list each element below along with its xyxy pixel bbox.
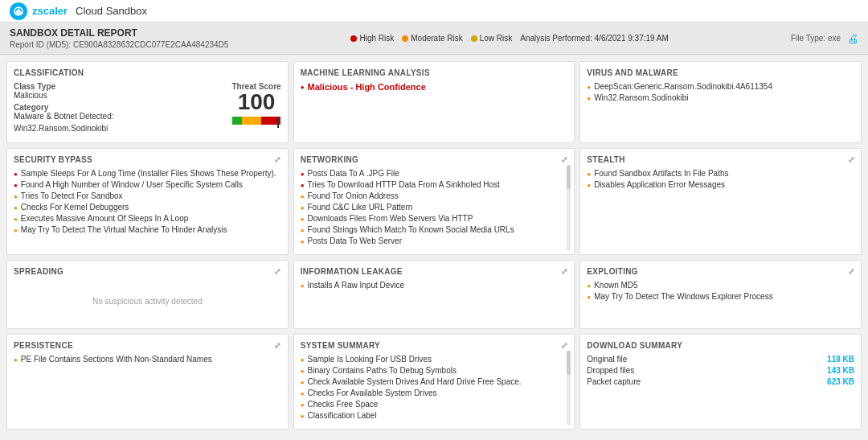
virus-items: ●DeepScan:Generic.Ransom.Sodinokibi.4A61…	[587, 82, 854, 102]
list-item: ●Checks For Available System Drives	[301, 389, 568, 397]
system-summary-card: SYSTEM SUMMARY ⤢ ●Sample Is Looking For …	[293, 334, 575, 430]
networking-scrollbar[interactable]	[567, 165, 571, 251]
download-summary-card: DOWNLOAD SUMMARY Original file118 KBDrop…	[579, 334, 862, 430]
spreading-expand-icon[interactable]: ⤢	[274, 267, 280, 276]
download-summary-rows: Original file118 KBDropped files143 KBPa…	[587, 355, 854, 386]
list-item: ●Executes Massive Amount Of Sleeps In A …	[14, 214, 281, 223]
item-text: Posts Data To A .JPG File	[308, 169, 399, 178]
exploiting-expand-icon[interactable]: ⤢	[848, 267, 854, 276]
item-text: Tries To Download HTTP Data From A Sinkh…	[308, 180, 500, 189]
list-item: ●Sample Is Looking For USB Drives	[301, 355, 568, 364]
item-text: Executes Massive Amount Of Sleeps In A L…	[21, 214, 188, 223]
list-item: ●PE File Contains Sections With Non-Stan…	[14, 355, 281, 364]
bullet-icon: ●	[587, 95, 591, 102]
exploiting-card: EXPLOITING ⤢ ●Known MD5●May Try To Detec…	[579, 260, 862, 329]
logo-icon	[10, 2, 27, 20]
bullet-icon: ●	[301, 401, 305, 409]
list-item: ●Sample Sleeps For A Long Time (Installe…	[14, 169, 281, 178]
bullet-icon: ●	[14, 204, 18, 212]
download-summary-title: DOWNLOAD SUMMARY	[587, 341, 854, 350]
stealth-expand-icon[interactable]: ⤢	[848, 155, 854, 164]
list-item: ●Found A High Number of Window / User Sp…	[14, 180, 281, 189]
high-risk-label: High Risk	[359, 34, 394, 43]
logo: zscaler	[10, 2, 68, 20]
networking-expand-icon[interactable]: ⤢	[561, 155, 567, 164]
system-summary-scrollbar-thumb	[567, 351, 571, 375]
bullet-icon: ●	[587, 84, 591, 91]
download-row: Dropped files143 KB	[587, 366, 854, 375]
item-text: Checks Free Space	[308, 400, 379, 409]
exploiting-items: ●Known MD5●May Try To Detect The Windows…	[587, 281, 854, 301]
stealth-card: STEALTH ⤢ ●Found Sandbox Artifacts In Fi…	[579, 148, 862, 255]
category-label: Category	[14, 103, 232, 112]
item-text: Check Available System Drives And Hard D…	[308, 377, 522, 386]
spreading-card: SPREADING ⤢ No suspicious activity detec…	[6, 260, 289, 329]
list-item: ●Posts Data To A .JPG File	[301, 169, 568, 178]
persistence-items: ●PE File Contains Sections With Non-Stan…	[14, 355, 281, 364]
networking-scrollbar-thumb	[567, 165, 571, 189]
list-item: ●Checks For Kernel Debuggers	[14, 203, 281, 212]
main-content: CLASSIFICATION Class Type Malicious Cate…	[0, 55, 868, 436]
virus-malware-card: VIRUS AND MALWARE ●DeepScan:Generic.Rans…	[579, 61, 862, 143]
persistence-card: PERSISTENCE ⤢ ●PE File Contains Sections…	[6, 334, 289, 430]
item-text: Found A High Number of Window / User Spe…	[21, 180, 243, 189]
system-summary-scrollbar[interactable]	[567, 351, 571, 426]
list-item: ●Found Tor Onion Address	[301, 191, 568, 200]
bullet-icon: ●	[301, 193, 305, 200]
list-item: ●Posts Data To Web Server	[301, 236, 568, 245]
download-value: 143 KB	[827, 366, 854, 375]
virus-item-text: Win32.Ransom.Sodinokibi	[594, 93, 688, 102]
list-item: ●May Try To Detect The Windows Explorer …	[587, 292, 854, 301]
classification-left: Class Type Malicious Category Malware & …	[14, 82, 232, 136]
list-item: ●Classification Label	[301, 411, 568, 420]
list-item: ●Downloads Files From Web Servers Via HT…	[301, 214, 568, 223]
no-activity-text: No suspicious activity detected	[14, 281, 281, 322]
report-title: SANDBOX DETAIL REPORT	[10, 27, 228, 39]
threat-bar	[232, 117, 280, 125]
list-item: ●May Try To Detect The Virtual Machine T…	[14, 225, 281, 234]
file-type-text: File Type: exe	[791, 34, 841, 43]
bullet-icon: ●	[301, 216, 305, 223]
security-bypass-card: SECURITY BYPASS ⤢ ●Sample Sleeps For A L…	[6, 148, 289, 255]
bullet-icon: ●	[301, 390, 305, 397]
persistence-expand-icon[interactable]: ⤢	[274, 341, 280, 350]
bullet-icon: ●	[301, 282, 305, 290]
bullet-icon: ●	[14, 216, 18, 223]
networking-title: NETWORKING ⤢	[301, 155, 568, 164]
bullet-icon: ●	[14, 193, 18, 200]
report-id: Report ID (MD5): CE900A8328632CDC077E2CA…	[10, 40, 228, 49]
item-text: Checks For Kernel Debuggers	[21, 203, 129, 212]
bullet-icon: ●	[14, 356, 18, 364]
networking-items: ●Posts Data To A .JPG File●Tries To Down…	[301, 169, 568, 245]
ml-result-text: Malicious - High Confidence	[308, 82, 426, 92]
system-summary-expand-icon[interactable]: ⤢	[561, 341, 567, 350]
low-risk-dot	[471, 35, 477, 42]
item-text: Disables Application Error Messages	[594, 180, 725, 189]
bullet-icon: ●	[587, 182, 591, 189]
low-risk-label: Low Risk	[480, 34, 513, 43]
stealth-items: ●Found Sandbox Artifacts In File Paths●D…	[587, 169, 854, 189]
classification-title: CLASSIFICATION	[14, 68, 281, 77]
item-text: Found Strings Which Match To Known Socia…	[308, 225, 514, 234]
spreading-title: SPREADING ⤢	[14, 267, 281, 276]
list-item: ●Installs A Raw Input Device	[301, 281, 568, 290]
item-text: Checks For Available System Drives	[308, 389, 437, 397]
bullet-icon: ●	[301, 182, 305, 189]
download-row: Packet capture623 KB	[587, 377, 854, 386]
item-text: Sample Sleeps For A Long Time (Installer…	[21, 169, 276, 178]
expand-icon[interactable]: ⤢	[274, 155, 280, 164]
system-summary-title: SYSTEM SUMMARY ⤢	[301, 341, 568, 350]
virus-item: ●DeepScan:Generic.Ransom.Sodinokibi.4A61…	[587, 82, 854, 91]
print-icon[interactable]: 🖨	[847, 32, 858, 45]
logo-text: zscaler	[32, 5, 68, 17]
list-item: ●Binary Contains Paths To Debug Symbols	[301, 366, 568, 375]
info-leakage-expand-icon[interactable]: ⤢	[561, 267, 567, 276]
download-label: Packet capture	[587, 377, 641, 386]
ml-analysis-card: MACHINE LEARNING ANALYSIS ● Malicious - …	[293, 61, 575, 143]
security-bypass-title: SECURITY BYPASS ⤢	[14, 155, 281, 164]
item-text: Posts Data To Web Server	[308, 236, 402, 245]
list-item: ●Known MD5	[587, 281, 854, 290]
list-item: ●Tries To Download HTTP Data From A Sink…	[301, 180, 568, 189]
bullet-icon: ●	[301, 356, 305, 364]
report-header-left: SANDBOX DETAIL REPORT Report ID (MD5): C…	[10, 27, 228, 49]
